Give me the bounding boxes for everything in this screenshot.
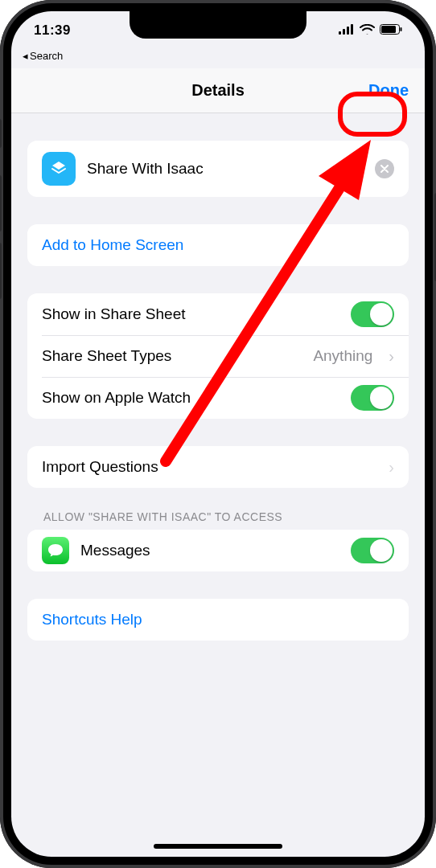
volume-up-button — [0, 175, 2, 231]
messages-access-row: Messages — [27, 530, 409, 571]
volume-down-button — [0, 243, 2, 299]
svg-rect-2 — [347, 27, 349, 35]
home-indicator[interactable] — [154, 844, 282, 849]
shortcut-name: Share With Isaac — [87, 160, 204, 178]
import-card: Import Questions › — [27, 446, 409, 488]
share-sheet-types-row[interactable]: Share Sheet Types Anything › — [27, 335, 409, 377]
add-home-card: Add to Home Screen — [27, 224, 409, 266]
show-in-share-sheet-toggle[interactable] — [351, 301, 394, 327]
silence-switch — [0, 119, 2, 148]
messages-access-toggle[interactable] — [351, 538, 394, 563]
messages-app-icon — [42, 537, 69, 564]
shortcut-icon — [42, 152, 76, 186]
show-in-share-sheet-label: Show in Share Sheet — [42, 305, 186, 323]
back-label: Search — [30, 50, 63, 62]
clear-name-button[interactable] — [375, 159, 394, 178]
iphone-frame: 11:39 — [0, 0, 436, 868]
shortcut-card: Share With Isaac — [27, 141, 409, 197]
share-card: Show in Share Sheet Share Sheet Types An… — [27, 293, 409, 419]
add-home-label: Add to Home Screen — [42, 236, 183, 254]
import-questions-row[interactable]: Import Questions › — [27, 446, 409, 488]
share-sheet-types-label: Share Sheet Types — [42, 347, 171, 365]
page-title: Details — [191, 81, 245, 100]
battery-icon — [380, 23, 402, 39]
nav-bar: Details Done — [11, 68, 425, 113]
svg-rect-3 — [351, 24, 353, 35]
share-sheet-types-value: Anything — [313, 347, 372, 365]
show-in-share-sheet-row: Show in Share Sheet — [27, 293, 409, 335]
help-card: Shortcuts Help — [27, 599, 409, 641]
svg-rect-6 — [401, 27, 402, 31]
shortcuts-help-label: Shortcuts Help — [42, 611, 142, 628]
import-questions-label: Import Questions — [42, 458, 158, 476]
cellular-icon — [339, 23, 355, 39]
show-on-apple-watch-toggle[interactable] — [351, 385, 394, 411]
shortcut-name-row[interactable]: Share With Isaac — [27, 141, 409, 197]
status-time: 11:39 — [34, 23, 71, 39]
show-on-apple-watch-label: Show on Apple Watch — [42, 389, 191, 407]
back-caret-icon: ◂ — [23, 50, 28, 62]
back-to-search[interactable]: ◂ Search — [11, 50, 425, 68]
chevron-right-icon: › — [389, 347, 394, 366]
content: Share With Isaac Add to Home Screen Show… — [11, 141, 425, 641]
svg-rect-1 — [343, 29, 345, 35]
status-icons — [339, 23, 402, 39]
screen: 11:39 — [11, 11, 425, 857]
access-section-header: ALLOW "SHARE WITH ISAAC" TO ACCESS — [27, 488, 409, 530]
chevron-right-icon: › — [389, 458, 394, 477]
access-card: Messages — [27, 530, 409, 571]
svg-rect-0 — [339, 31, 341, 35]
add-to-home-screen[interactable]: Add to Home Screen — [27, 224, 409, 266]
shortcuts-help-row[interactable]: Shortcuts Help — [27, 599, 409, 641]
wifi-icon — [360, 23, 375, 39]
svg-rect-5 — [381, 26, 396, 33]
done-button[interactable]: Done — [368, 81, 409, 100]
notch — [130, 11, 306, 39]
show-on-apple-watch-row: Show on Apple Watch — [27, 377, 409, 419]
messages-label: Messages — [80, 542, 150, 559]
